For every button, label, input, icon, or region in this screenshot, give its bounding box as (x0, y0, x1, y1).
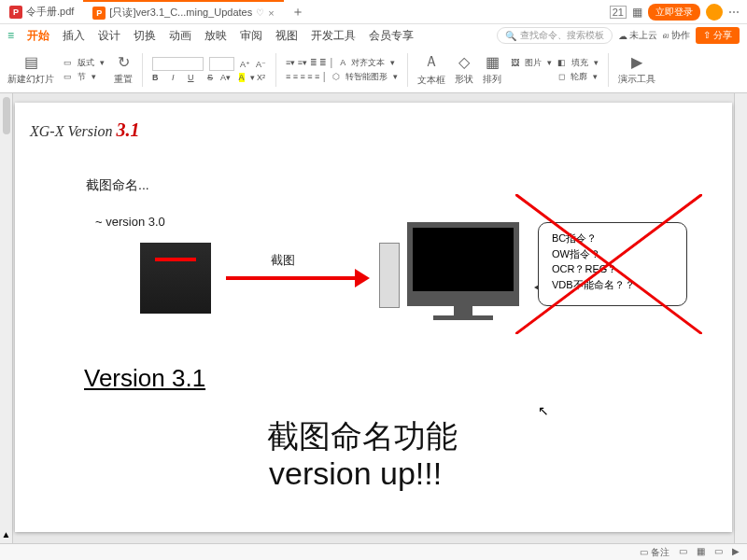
present-tools-button[interactable]: ▶演示工具 (618, 53, 655, 86)
textbox-button[interactable]: Ａ文本框 (417, 52, 445, 87)
menu-insert[interactable]: 插入 (63, 28, 85, 44)
slide-header: XG-X Version 3.1 (30, 119, 139, 141)
source-square (140, 243, 211, 314)
smart-icon: ⬡ (332, 72, 340, 81)
style-group[interactable]: 🖼图片▾ ◧填充▾ ◻轮廓▾ (511, 57, 599, 83)
canvas: ▲ XG-X Version 3.1 截图命名... ~ version 3.0… (0, 93, 747, 543)
menu-logo[interactable]: ≡ (7, 29, 14, 42)
menu-bar: ≡ 开始 插入 设计 切换 动画 放映 审阅 视图 开发工具 会员专享 🔍 查找… (0, 24, 747, 47)
new-tab-button[interactable]: ＋ (284, 4, 312, 21)
menu-dev[interactable]: 开发工具 (311, 28, 356, 44)
new-slide-icon: ▤ (24, 53, 38, 71)
share-button[interactable]: ⇧ 分享 (696, 27, 740, 44)
monitor-base (433, 315, 493, 320)
textbox-icon: Ａ (424, 52, 439, 72)
separator (608, 53, 609, 87)
shape-button[interactable]: ◇形状 (455, 53, 473, 86)
tab-label: 令手册.pdf (26, 5, 74, 19)
separator (275, 53, 276, 87)
tab-pdf[interactable]: P 令手册.pdf (0, 0, 83, 23)
share-icon: ⇧ (703, 30, 713, 40)
version-31-label: Version 3.1 (84, 364, 205, 393)
side-pane[interactable] (734, 93, 747, 543)
menu-design[interactable]: 设计 (98, 28, 120, 44)
tab-label: [只读]ver3.1_C...ming_Updates (109, 6, 252, 20)
reset-button[interactable]: ↻ 重置 (114, 53, 133, 86)
view-sorter-icon[interactable]: ▦ (697, 546, 705, 559)
monitor-stand (454, 306, 472, 315)
title-right: 21 ▦ 立即登录 ⋯ (610, 4, 747, 21)
monitor-icon (407, 222, 519, 306)
font-group[interactable]: A⁺A⁻ B I U S A▾ A▾ X² (152, 57, 266, 82)
arrange-icon: ▦ (486, 53, 500, 71)
ribbon: ▤ 新建幻灯片 ▭版式▾ ▭节▾ ↻ 重置 A⁺A⁻ B I U S A▾ A▾… (0, 47, 747, 93)
fill-icon: ◧ (557, 58, 566, 67)
section-button[interactable]: ▭节▾ (63, 71, 105, 83)
view-slideshow-icon[interactable]: ▶ (732, 546, 740, 559)
new-slide-button[interactable]: ▤ 新建幻灯片 (7, 53, 54, 86)
document-tabs: P 令手册.pdf P [只读]ver3.1_C...ming_Updates … (0, 0, 610, 23)
slide-panel-scrollbar[interactable]: ▲ (0, 93, 13, 543)
menu-view[interactable]: 视图 (275, 28, 298, 44)
login-button[interactable]: 立即登录 (648, 4, 700, 21)
count-badge[interactable]: 21 (610, 6, 627, 19)
cloud-button[interactable]: ☁未上云 (618, 29, 657, 42)
label-title: 截图命名... (86, 177, 149, 194)
cloud-icon: ☁ (618, 31, 627, 41)
tab-presentation[interactable]: P [只读]ver3.1_C...ming_Updates ♡ × (83, 0, 283, 23)
close-icon[interactable]: × (268, 7, 274, 19)
coop-icon: ல (663, 30, 669, 41)
view-normal-icon[interactable]: ▭ (679, 546, 687, 559)
arrow-label: 截图 (271, 252, 295, 269)
menu-vip[interactable]: 会员专享 (369, 28, 414, 44)
paragraph-group[interactable]: ≡▾ ≡▾ ≣ ≣ │А对齐文本▾ ≡ ≡ ≡ ≡ ≡ │⬡转智能图形▾ (286, 57, 398, 83)
speech-bubble: BC指令？ OW指令？ OCR？REG？ VDB不能命名？？ (538, 222, 687, 306)
wps-icon: P (92, 7, 106, 20)
slide[interactable]: XG-X Version 3.1 截图命名... ~ version 3.0 截… (15, 103, 732, 532)
title-bar: P 令手册.pdf P [只读]ver3.1_C...ming_Updates … (0, 0, 747, 24)
section-icon: ▭ (63, 72, 72, 81)
separator (407, 53, 408, 87)
view-reading-icon[interactable]: ▭ (714, 546, 723, 559)
layout-group: ▭版式▾ ▭节▾ (63, 57, 105, 83)
menu-start[interactable]: 开始 (27, 28, 49, 44)
minimize-icon[interactable]: ⋯ (728, 6, 740, 19)
headline-1: 截图命名功能 (267, 415, 458, 458)
coop-button[interactable]: ல协作 (663, 29, 690, 42)
menu-animation[interactable]: 动画 (169, 28, 191, 44)
shape-icon: ◇ (458, 53, 470, 71)
menu-transition[interactable]: 切换 (134, 28, 156, 44)
notes-button[interactable]: ▭ 备注 (640, 546, 669, 559)
arrange-button[interactable]: ▦排列 (483, 53, 501, 86)
apps-icon[interactable]: ▦ (632, 6, 642, 19)
status-bar: ▭ 备注 ▭ ▦ ▭ ▶ (0, 543, 747, 560)
menu-slideshow[interactable]: 放映 (204, 28, 227, 44)
menu-review[interactable]: 审阅 (240, 28, 262, 44)
scroll-thumb[interactable] (3, 97, 10, 134)
red-marker (155, 258, 196, 261)
reset-icon: ↻ (118, 53, 130, 71)
headline-2: version up!!! (269, 455, 442, 492)
outline-icon: ◻ (558, 72, 565, 81)
layout-icon: ▭ (63, 58, 72, 67)
pdf-icon: P (9, 6, 22, 19)
present-icon: ▶ (631, 53, 642, 71)
separator (142, 53, 143, 87)
search-input[interactable]: 🔍 查找命令、搜索模板 (497, 27, 613, 44)
align-icon: А (340, 58, 345, 67)
layout-button[interactable]: ▭版式▾ (63, 57, 105, 69)
picture-icon: 🖼 (511, 58, 519, 67)
cursor-icon: ↖ (538, 403, 549, 418)
heart-icon: ♡ (256, 7, 264, 18)
pc-tower-icon (379, 243, 400, 308)
search-icon: 🔍 (505, 31, 516, 41)
avatar[interactable] (706, 4, 723, 21)
search-placeholder: 查找命令、搜索模板 (520, 29, 604, 42)
arrow-icon (226, 276, 366, 280)
label-version: ~ version 3.0 (95, 215, 165, 229)
